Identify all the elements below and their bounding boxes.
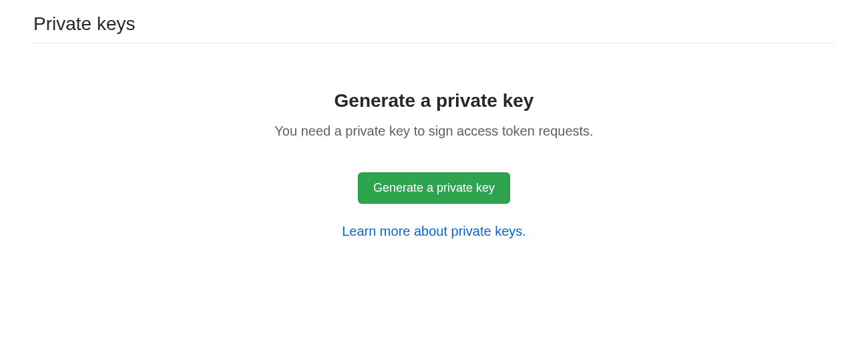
link-suffix: . (522, 224, 526, 238)
section-title: Private keys (33, 13, 835, 43)
content-description: You need a private key to sign access to… (134, 124, 734, 139)
generate-private-key-button[interactable]: Generate a private key (358, 172, 510, 204)
content-area: Generate a private key You need a privat… (134, 90, 734, 239)
learn-more-link[interactable]: Learn more about private keys (342, 224, 522, 238)
link-wrapper: Learn more about private keys. (134, 224, 734, 239)
content-heading: Generate a private key (134, 90, 734, 112)
